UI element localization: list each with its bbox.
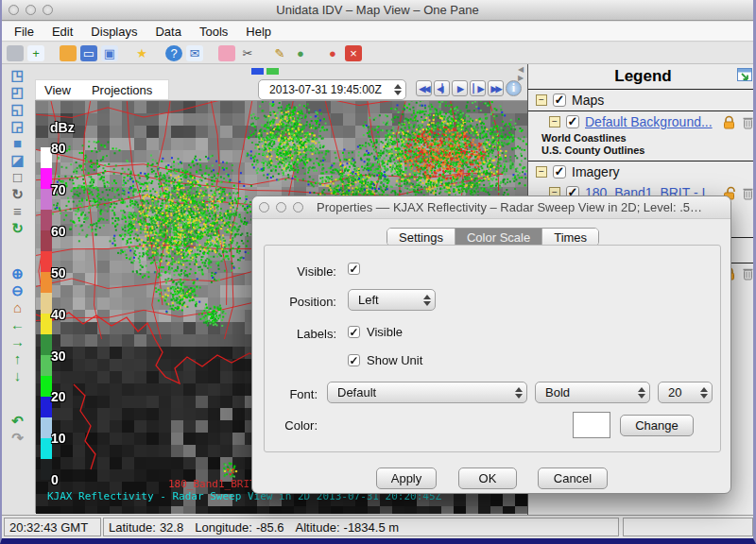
pan-up-icon[interactable]: ↑ (8, 350, 28, 367)
pan-right-icon[interactable]: → (8, 333, 28, 350)
dialog-title-bar: Properties –– KJAX Reflectivity – Radar … (252, 196, 730, 219)
world-coastlines-label: World Coastlines (528, 132, 756, 144)
last-frame-button[interactable]: ▶▶ (488, 80, 504, 96)
view-south-cube-icon[interactable]: ◲ (8, 118, 28, 135)
collapse-right-icon[interactable]: ▶ (518, 74, 524, 82)
cancel-button[interactable]: Cancel (538, 468, 608, 489)
dialog-close-button[interactable] (259, 202, 269, 212)
menu-edit[interactable]: Edit (52, 25, 73, 39)
zoom-in-icon[interactable]: ⊕ (8, 265, 28, 282)
delete-trash-icon[interactable] (742, 186, 754, 200)
pan-left-icon[interactable]: ← (8, 316, 28, 333)
tab-settings[interactable]: Settings (387, 229, 455, 246)
ok-button[interactable]: OK (458, 468, 517, 489)
float-legend-icon[interactable] (737, 68, 752, 81)
stop-loads-icon[interactable]: ● (324, 45, 341, 61)
lock-icon[interactable] (722, 115, 736, 129)
colorbar-tick-label: 40 (51, 307, 66, 322)
rotate-view-icon[interactable]: ↻ (8, 186, 28, 203)
favorites-star-icon[interactable]: ★ (133, 45, 150, 61)
font-family-dropdown[interactable]: Default (327, 382, 527, 403)
zoom-out-icon[interactable]: ⊖ (8, 282, 28, 299)
tab-color-scale[interactable]: Color Scale (455, 229, 542, 246)
colorbar-tick-label: 0 (51, 472, 59, 487)
open-folder-icon[interactable] (60, 45, 77, 61)
cut-scissors-icon[interactable]: ✂ (239, 45, 256, 61)
view-top-cube-icon[interactable]: ◳ (8, 67, 28, 84)
dialog-zoom-button[interactable] (293, 202, 303, 212)
menu-projections[interactable]: Projections (92, 83, 152, 97)
view-north-cube-icon[interactable]: ◱ (8, 101, 28, 118)
menu-tools[interactable]: Tools (199, 25, 228, 39)
panel-splitter[interactable]: ◀ ▶ (518, 65, 524, 82)
globe-icon[interactable]: ● (292, 45, 309, 61)
view-east-cube-icon[interactable]: ■ (8, 135, 28, 152)
step-back-button[interactable]: ◀▏ (434, 80, 450, 96)
collapse-left-icon[interactable]: ◀ (518, 65, 524, 74)
support-request-icon[interactable]: ✉ (186, 45, 203, 61)
new-window-icon[interactable]: + (27, 45, 44, 61)
background-visibility-checkbox[interactable]: ✓ (566, 115, 579, 128)
animation-properties-button[interactable]: i (506, 80, 522, 96)
edit-pencil-icon[interactable]: ✎ (271, 45, 288, 61)
menu-displays[interactable]: Displays (91, 25, 137, 39)
labels-visible-label: Visible (367, 325, 403, 339)
pan-down-icon[interactable]: ↓ (8, 367, 28, 384)
dialog-minimize-button[interactable] (276, 202, 286, 212)
font-size-dropdown[interactable]: 20 (658, 382, 713, 403)
change-color-button[interactable]: Change (620, 415, 694, 436)
visible-checkbox[interactable]: ✓ (348, 263, 360, 275)
colorbar-tick-label: 60 (51, 224, 66, 239)
latitude-label: Latitude: (109, 520, 156, 535)
view-bottom-cube-icon[interactable]: ◰ (8, 84, 28, 101)
menu-view[interactable]: View (44, 83, 71, 97)
collapse-imagery-icon[interactable]: − (536, 166, 547, 178)
collapse-maps-icon[interactable]: − (536, 94, 547, 106)
home-view-icon[interactable]: ⌂ (8, 299, 28, 316)
delete-trash-icon[interactable] (742, 115, 754, 129)
time-stepper[interactable] (392, 84, 405, 95)
perspective-view-icon[interactable]: □ (8, 169, 28, 186)
labels-visible-checkbox[interactable]: ✓ (348, 326, 360, 338)
play-button[interactable]: ▶ (452, 80, 468, 96)
menu-file[interactable]: File (14, 25, 34, 39)
undo-icon[interactable]: ↶ (8, 413, 28, 430)
window-title: Unidata IDV – Map View – One Pane (2, 3, 753, 17)
colorbar-tick-label: 70 (51, 182, 66, 197)
step-forward-button[interactable]: ▏▶ (470, 80, 486, 96)
help-icon[interactable]: ? (165, 45, 182, 61)
delete-trash-icon[interactable] (742, 266, 754, 280)
cancel-icon[interactable]: × (345, 45, 362, 61)
menu-help[interactable]: Help (246, 25, 271, 39)
time-selector[interactable]: 2013-07-31 19:45:00Z (258, 79, 406, 100)
copy-icon[interactable]: ▣ (101, 45, 118, 61)
menu-data[interactable]: Data (155, 25, 180, 39)
imagery-visibility-checkbox[interactable]: ✓ (553, 165, 566, 178)
first-frame-button[interactable]: ◀◀ (416, 80, 432, 96)
scale-ruler-icon[interactable]: ≡ (8, 203, 28, 220)
redo-icon[interactable]: ↷ (8, 430, 28, 447)
default-background-link[interactable]: Default Background... (585, 114, 716, 129)
longitude-label: Longitude: (195, 520, 252, 535)
altitude-value: -1834.5 m (344, 520, 400, 535)
collapse-background-icon[interactable]: − (549, 116, 560, 128)
eraser-icon[interactable] (218, 45, 235, 61)
colorbar-tick-label: 10 (51, 431, 66, 446)
show-unit-checkbox[interactable]: ✓ (348, 354, 360, 366)
dialog-tab-bar: Settings Color Scale Times (387, 228, 599, 246)
drawing-control-icon[interactable] (7, 45, 24, 61)
app-window: Unidata IDV – Map View – One Pane File E… (0, 0, 756, 544)
color-swatch[interactable] (573, 412, 610, 438)
maps-visibility-checkbox[interactable]: ✓ (553, 94, 566, 107)
map-menu-strip: View Projections (35, 79, 169, 100)
font-style-dropdown[interactable]: Bold (535, 382, 650, 403)
position-dropdown[interactable]: Left (348, 289, 436, 311)
save-icon[interactable]: ▭ (80, 45, 97, 61)
latitude-value: 32.8 (160, 520, 183, 535)
auto-rotate-icon[interactable]: ↻ (8, 220, 28, 237)
tab-times[interactable]: Times (542, 229, 598, 246)
apply-button[interactable]: Apply (376, 468, 437, 489)
view-west-cube-icon[interactable]: ◪ (8, 152, 28, 169)
animation-indicator (251, 68, 279, 75)
clock-readout: 20:32:43 GMT (4, 518, 101, 536)
